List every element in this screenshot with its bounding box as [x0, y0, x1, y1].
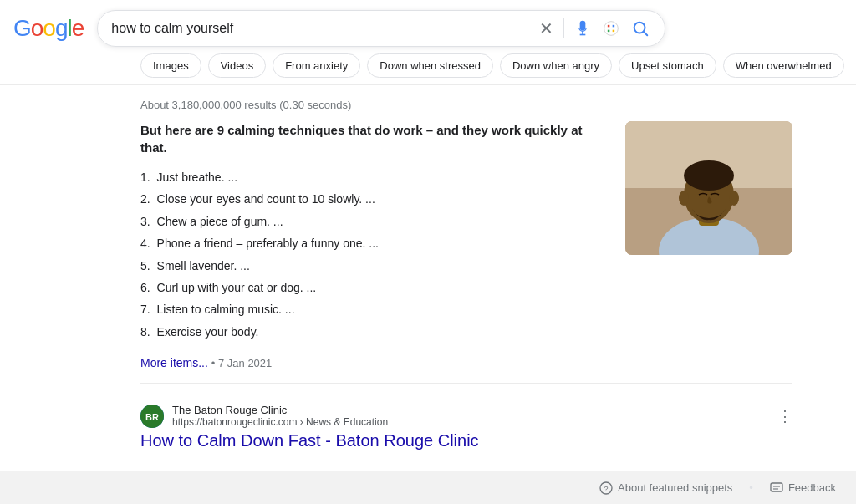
chip-down-when-angry[interactable]: Down when angry — [500, 53, 612, 78]
svg-point-2 — [604, 22, 619, 36]
list-item: 2. Close your eyes and count to 10 slowl… — [140, 188, 612, 210]
result-source: BR The Baton Rouge Clinic https://batonr… — [140, 404, 792, 428]
svg-text:BR: BR — [145, 412, 159, 422]
header: Google ✕ — [0, 0, 856, 47]
chip-videos[interactable]: Videos — [208, 53, 267, 78]
divider — [563, 18, 564, 38]
favicon-icon: BR — [140, 405, 164, 428]
google-lens-icon — [603, 20, 619, 37]
chip-upset-stomach[interactable]: Upset stomach — [619, 53, 716, 78]
list-item: 7. Listen to calming music. ... — [140, 298, 612, 320]
list-item: 6. Curl up with your cat or dog. ... — [140, 277, 612, 298]
chip-from-anxiety[interactable]: From anxiety — [273, 53, 360, 78]
result-site-name: The Baton Rouge Clinic — [172, 404, 388, 416]
list-item: 8. Exercise your body. — [140, 321, 612, 343]
snippet-image — [625, 121, 792, 255]
svg-point-12 — [679, 191, 689, 206]
search-icon — [631, 19, 650, 38]
svg-point-13 — [729, 191, 739, 206]
logo-e: e — [72, 15, 84, 42]
results-area: About 3,180,000,000 results (0.30 second… — [140, 85, 792, 474]
chip-when-overwhelmed[interactable]: When overwhelmed — [723, 53, 844, 78]
logo-g2: g — [55, 15, 68, 42]
image-search-button[interactable] — [601, 18, 621, 38]
search-bar-wrapper: ✕ — [97, 10, 665, 47]
snippet-title: But here are 9 calming techniques that d… — [140, 121, 612, 156]
svg-line-4 — [644, 32, 647, 35]
google-logo: Google — [13, 15, 84, 42]
search-bar: ✕ — [97, 10, 665, 47]
list-item: 1. Just breathe. ... — [140, 166, 612, 188]
person-illustration — [625, 121, 792, 255]
list-item: 5. Smell lavender. ... — [140, 255, 612, 277]
featured-snippet: But here are 9 calming techniques that d… — [140, 121, 792, 384]
mic-icon — [574, 20, 591, 37]
logo-o2: o — [43, 15, 55, 42]
snippet-footer: More items... • 7 Jan 2021 — [140, 349, 612, 369]
results-count: About 3,180,000,000 results (0.30 second… — [140, 92, 792, 121]
search-icons: ✕ — [538, 18, 651, 39]
result-url: https://batonrougeclinic.com › News & Ed… — [172, 416, 388, 428]
more-items-link[interactable]: More items... — [140, 356, 208, 369]
search-result: BR The Baton Rouge Clinic https://batonr… — [140, 397, 792, 467]
result-title[interactable]: How to Calm Down Fast - Baton Rouge Clin… — [140, 431, 792, 451]
bottom-bar: ? About featured snippets • Feedback — [0, 471, 856, 474]
list-item: 4. Phone a friend – preferably a funny o… — [140, 232, 612, 254]
list-item: 3. Chew a piece of gum. ... — [140, 211, 612, 232]
clear-icon: ✕ — [539, 20, 553, 37]
search-button[interactable] — [629, 18, 651, 39]
result-favicon: BR — [140, 405, 164, 428]
voice-search-button[interactable] — [573, 18, 593, 38]
search-input[interactable] — [111, 21, 531, 36]
result-source-info: The Baton Rouge Clinic https://batonroug… — [172, 404, 388, 428]
snippet-date: • 7 Jan 2021 — [211, 357, 273, 369]
snippet-content: But here are 9 calming techniques that d… — [140, 121, 612, 369]
snippet-list: 1. Just breathe. ... 2. Close your eyes … — [140, 166, 612, 343]
logo-g: G — [13, 15, 31, 42]
chip-down-when-stressed[interactable]: Down when stressed — [367, 53, 493, 78]
result-more-options[interactable]: ⋮ — [777, 407, 792, 425]
logo-o1: o — [31, 15, 43, 42]
chips-bar: Images Videos From anxiety Down when str… — [0, 47, 856, 85]
svg-point-11 — [684, 160, 734, 191]
chip-images[interactable]: Images — [140, 53, 201, 78]
clear-button[interactable]: ✕ — [538, 18, 555, 38]
